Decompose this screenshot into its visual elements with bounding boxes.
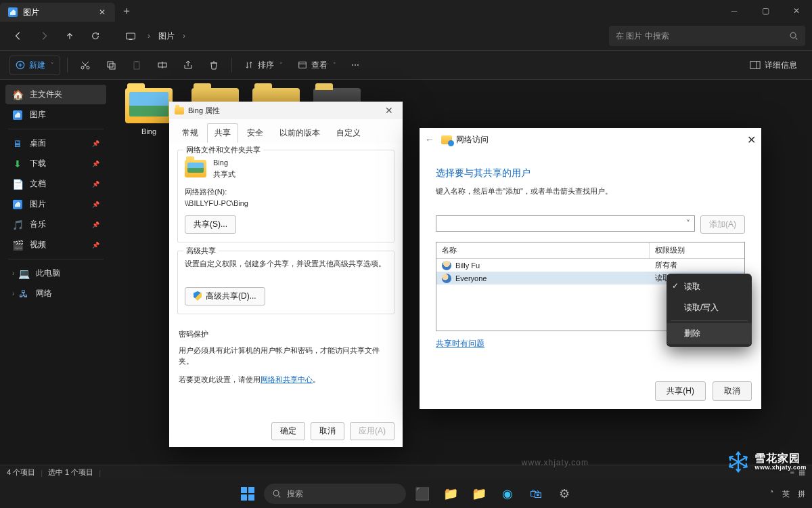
back-icon[interactable]: ← [425, 134, 434, 145]
cancel-button[interactable]: 取消 [713, 381, 752, 401]
network-center-link[interactable]: 网络和共享中心 [261, 375, 313, 383]
dialog-titlebar[interactable]: Bing 属性 ✕ [169, 102, 403, 119]
dialog-properties: Bing 属性 ✕ 常规 共享 安全 以前的版本 自定义 网络文件和文件夹共享 … [169, 102, 403, 447]
taskbar-app[interactable]: 📁 [438, 482, 463, 506]
svg-rect-11 [299, 62, 307, 68]
gallery-icon [12, 110, 23, 121]
sidebar-item-videos[interactable]: 🎬视频📌 [5, 235, 106, 255]
sidebar-item-home[interactable]: 🏠主文件夹 [5, 85, 106, 104]
folder-icon [175, 107, 184, 114]
close-icon[interactable]: ✕ [381, 105, 397, 116]
close-button[interactable]: ✕ [781, 0, 812, 22]
tab-custom[interactable]: 自定义 [329, 123, 368, 143]
taskbar: 搜索 ⬛ 📁 📁 ◉ 🛍 ⚙ ˄ 英 拼 [0, 480, 812, 508]
col-permission[interactable]: 权限级别 [650, 242, 744, 258]
add-button[interactable]: 添加(A) [700, 215, 745, 234]
start-button[interactable] [235, 482, 260, 506]
details-pane-button[interactable]: 详细信息 [744, 56, 803, 75]
pc-icon: 💻 [18, 268, 29, 279]
up-button[interactable] [58, 25, 81, 47]
sidebar: 🏠主文件夹 图库 🖥桌面📌 ⬇下载📌 📄文档📌 图片📌 🎵音乐📌 🎬视频📌 ›💻… [0, 80, 112, 465]
paste-button[interactable] [126, 56, 148, 74]
tab-previous[interactable]: 以前的版本 [272, 123, 328, 143]
tab-share[interactable]: 共享 [207, 123, 238, 143]
refresh-button[interactable] [84, 25, 107, 47]
ime-mode[interactable]: 拼 [798, 489, 805, 499]
trouble-link[interactable]: 共享时有问题 [436, 339, 484, 348]
taskbar-tray[interactable]: ˄ 英 拼 [770, 489, 805, 499]
folder-icon [185, 160, 206, 177]
close-tab-icon[interactable]: ✕ [97, 7, 107, 17]
more-button[interactable]: ⋯ [346, 57, 365, 73]
ime-lang[interactable]: 英 [782, 489, 790, 499]
taskbar-settings[interactable]: ⚙ [552, 482, 577, 506]
close-icon[interactable]: ✕ [747, 133, 756, 146]
pin-icon: 📌 [92, 181, 99, 188]
folder-icon [125, 88, 173, 123]
network-path-label: 网络路径(N): [185, 186, 387, 198]
menu-item-read[interactable]: 读取 [667, 276, 752, 297]
new-button[interactable]: 新建˅ [9, 56, 60, 75]
sidebar-item-pictures[interactable]: 图片📌 [5, 194, 106, 214]
dialog-tabs: 常规 共享 安全 以前的版本 自定义 [169, 119, 403, 143]
share-button[interactable]: 共享(H) [655, 381, 706, 401]
share-button[interactable] [177, 56, 199, 74]
ok-button[interactable]: 确定 [271, 422, 305, 440]
maximize-button[interactable]: ▢ [750, 0, 781, 22]
new-tab-button[interactable]: ＋ [115, 0, 138, 22]
pin-icon: 📌 [92, 201, 99, 208]
pictures-icon [8, 7, 18, 17]
taskbar-app[interactable]: 📁 [467, 482, 491, 506]
tab-security[interactable]: 安全 [240, 123, 271, 143]
breadcrumb-pictures[interactable]: 图片 [156, 30, 177, 42]
minimize-button[interactable]: ─ [719, 0, 750, 22]
taskbar-edge[interactable]: ◉ [495, 482, 520, 506]
forward-button[interactable] [32, 25, 55, 47]
share-button[interactable]: 共享(S)... [185, 215, 236, 234]
list-row[interactable]: Billy Fu 所有者 [436, 259, 744, 272]
svg-rect-9 [135, 61, 138, 62]
menu-item-remove[interactable]: 删除 [667, 323, 752, 344]
cancel-button[interactable]: 取消 [311, 422, 344, 440]
sidebar-item-gallery[interactable]: 图库 [5, 105, 106, 125]
sidebar-item-documents[interactable]: 📄文档📌 [5, 174, 106, 194]
shield-icon [194, 291, 202, 301]
view-button[interactable]: 查看˅ [292, 56, 342, 75]
copy-button[interactable] [100, 56, 122, 74]
sidebar-item-thispc[interactable]: ›💻此电脑 [5, 263, 106, 283]
sidebar-item-music[interactable]: 🎵音乐📌 [5, 215, 106, 234]
videos-icon: 🎬 [12, 240, 23, 251]
advanced-share-button[interactable]: 高级共享(D)... [185, 287, 265, 305]
delete-button[interactable] [203, 56, 225, 74]
user-combobox[interactable]: ˅ [436, 215, 695, 232]
sidebar-item-desktop[interactable]: 🖥桌面📌 [5, 133, 106, 153]
rename-button[interactable] [152, 56, 173, 74]
chevron-up-icon[interactable]: ˄ [770, 490, 774, 499]
desktop-icon: 🖥 [12, 138, 23, 149]
chevron-right-icon: › [12, 290, 14, 297]
sidebar-item-downloads[interactable]: ⬇下载📌 [5, 154, 106, 173]
tab-pictures[interactable]: 图片 ✕ [0, 3, 115, 22]
dialog-titlebar[interactable]: ← 网络访问 ✕ [420, 128, 761, 151]
pin-icon: 📌 [92, 161, 99, 167]
back-button[interactable] [7, 25, 30, 47]
svg-point-13 [273, 490, 279, 496]
cut-button[interactable] [74, 56, 96, 74]
search-input[interactable]: 在 图片 中搜索 [609, 26, 805, 46]
apply-button[interactable]: 应用(A) [350, 422, 394, 440]
tab-general[interactable]: 常规 [175, 123, 206, 143]
permission-context-menu: 读取 读取/写入 删除 [667, 274, 752, 347]
watermark-brand: 雪花家园 www.xhjaty.com [726, 450, 807, 474]
network-icon: 🖧 [18, 289, 29, 299]
svg-rect-8 [134, 62, 139, 69]
col-name[interactable]: 名称 [436, 242, 650, 258]
task-view-button[interactable]: ⬛ [410, 482, 434, 506]
taskbar-store[interactable]: 🛍 [524, 482, 548, 506]
sidebar-item-network[interactable]: ›🖧网络 [5, 284, 106, 303]
svg-rect-7 [110, 64, 115, 69]
menu-item-readwrite[interactable]: 读取/写入 [667, 297, 752, 318]
location-icon[interactable] [119, 25, 142, 47]
fieldset-password: 密码保护 用户必须具有此计算机的用户帐户和密码，才能访问共享文件夹。 若要更改此… [177, 322, 394, 394]
sort-button[interactable]: 排序˅ [239, 56, 288, 75]
taskbar-search[interactable]: 搜索 [264, 484, 406, 504]
